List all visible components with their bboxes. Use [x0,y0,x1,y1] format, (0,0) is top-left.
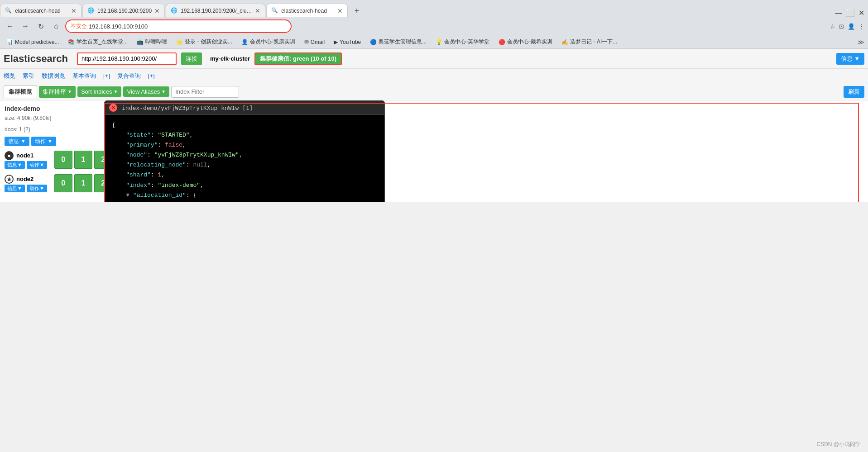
view-aliases-arrow: ▼ [161,89,166,94]
bookmark-4[interactable]: 🌟 登录 - 创新创业实... [173,37,235,47]
sort-indices-label: Sort Indices [81,88,112,95]
nav-complex-query[interactable]: 复合查询 [117,72,141,80]
tab-cluster-overview[interactable]: 集群概览 [4,86,37,98]
menu-icon[interactable]: ⋮ [858,23,864,30]
security-warning: 不安全 [71,23,87,30]
tab-title-3: 192.168.190.200:9200/_cluste [181,8,252,14]
json-line-alloc-id: "id": "mDeNqr5WSkiWwc4eOlxPkA" [112,200,377,203]
tab-favicon-3: 🌐 [171,7,178,14]
bookmark-3[interactable]: 📺 哔哩哔哩 [134,37,170,47]
bookmark-2[interactable]: 📚 学生首页_在线学堂... [65,37,130,47]
minimize-button[interactable]: — [835,9,842,17]
es-header-right: 信息 ▼ [836,53,864,65]
nav-data-browse[interactable]: 数据浏览 [42,72,65,80]
bookmark-1[interactable]: 📊 Model predictive... [4,38,62,46]
nav-basic-query-bracket[interactable]: [+] [103,72,110,79]
nav-complex-query-bracket[interactable]: [+] [148,72,155,79]
tab-1[interactable]: 🔍 elasticsearch-head ✕ [0,4,82,17]
reload-button[interactable]: ↻ [34,20,47,33]
view-aliases-button[interactable]: View Aliases ▼ [123,86,169,97]
bookmark-favicon-11: ✍ [561,39,568,45]
shard-detail-modal: ✕ index-demo/yvFjWZ3pTrytKXup_knWIw [1] … [104,100,385,202]
json-line-relocating: "relocating_node": null, [112,160,377,170]
health-badge: 集群健康值: green (10 of 10) [254,52,342,65]
modal-body: { "state": "STARTED", "primary": false, … [105,115,384,202]
bookmark-8[interactable]: 🔵 奥蓝学生管理信息... [367,37,429,47]
bookmark-favicon-4: 🌟 [176,39,183,45]
sort-indices-arrow: ▼ [114,89,118,94]
es-header: Elasticsearch 连接 my-elk-cluster 集群健康值: g… [0,49,868,69]
modal-close-button[interactable]: ✕ [109,104,117,112]
bookmark-10[interactable]: 🔴 会员中心-戴希实训 [496,37,555,47]
bookmark-label-gmail: Gmail [311,39,325,45]
elasticsearch-app: Elasticsearch 连接 my-elk-cluster 集群健康值: g… [0,49,868,202]
sort-indices-button[interactable]: Sort Indices ▼ [77,86,122,97]
bookmark-gmail[interactable]: ✉ Gmail [302,38,327,46]
maximize-button[interactable]: ⬜ [846,9,855,17]
connect-button[interactable]: 连接 [181,52,202,65]
nav-overview[interactable]: 概览 [4,72,15,80]
bookmark-9[interactable]: 💡 会员中心-英华学堂 [433,37,492,47]
tab-favicon-2: 🌐 [87,7,95,14]
bookmark-youtube[interactable]: ▶ YouTube [331,38,364,46]
cluster-overview-label: 集群概览 [9,88,32,95]
es-info-button[interactable]: 信息 ▼ [836,53,864,65]
bookmark-11[interactable]: ✍ 造梦日记 - AI一下... [559,37,620,47]
nav-index[interactable]: 索引 [23,72,34,80]
json-line-index: "index": "index-demo", [112,181,377,190]
profile-icon[interactable]: 👤 [848,23,855,30]
index-filter-input[interactable] [171,86,239,98]
tab-close-3[interactable]: ✕ [255,8,260,14]
close-button[interactable]: ✕ [858,9,864,17]
tab-search-icon[interactable]: ⊡ [839,23,844,30]
json-line-state: "state": "STARTED", [112,130,377,140]
tab-favicon-1: 🔍 [5,7,12,14]
new-tab-button[interactable]: + [350,5,363,17]
json-line-shard: "shard": 1, [112,170,377,180]
url-bar[interactable]: 不安全 192.168.190.100:9100 [65,19,292,33]
es-main: index-demo size: 4.90ki (9.80ki) docs: 1… [0,100,868,202]
bookmark-favicon-1: 📊 [6,39,13,45]
cluster-sort-button[interactable]: 集群排序 ▼ [39,86,76,98]
tab-close-2[interactable]: ✕ [154,8,160,14]
cluster-sort-label: 集群排序 [43,88,66,96]
json-line-node: "node": "yvFjWZ3pTrytKXup_knWIw", [112,150,377,160]
es-url-input[interactable] [77,52,177,65]
tab-favicon-4: 🔍 [271,7,278,14]
bookmark-label-3: 哔哩哔哩 [145,38,167,46]
nav-basic-query[interactable]: 基本查询 [72,72,96,80]
window-controls: — ⬜ ✕ [835,9,868,17]
es-toolbar: 集群概览 集群排序 ▼ Sort Indices ▼ View Aliases … [0,83,868,100]
bookmark-favicon-3: 📺 [137,39,144,45]
bookmark-5[interactable]: 👤 会员中心-凯康实训 [239,37,298,47]
tab-close-1[interactable]: ✕ [71,8,77,14]
url-text: 192.168.190.100:9100 [89,23,286,30]
bookmark-favicon-gmail: ✉ [304,39,309,45]
bookmark-label-11: 造梦日记 - AI一下... [570,38,617,46]
tab-title-2: 192.168.190.200:9200 [97,8,152,14]
tab-2[interactable]: 🌐 192.168.190.200:9200 ✕ [82,4,165,17]
bookmark-star-icon[interactable]: ☆ [830,23,835,30]
bookmarks-more-button[interactable]: ≫ [858,38,864,46]
back-button[interactable]: ← [4,20,16,33]
bookmark-label-5: 会员中心-凯康实训 [250,38,295,46]
bookmark-label-10: 会员中心-戴希实训 [507,38,552,46]
tab-3[interactable]: 🌐 192.168.190.200:9200/_cluste ✕ [166,4,265,17]
bookmark-label-9: 会员中心-英华学堂 [444,38,489,46]
view-aliases-label: View Aliases [127,88,160,95]
json-line-open: { [112,120,377,130]
forward-button[interactable]: → [19,20,32,33]
tab-bar: 🔍 elasticsearch-head ✕ 🌐 192.168.190.200… [0,0,868,17]
tab-close-4[interactable]: ✕ [337,8,343,14]
bookmark-favicon-2: 📚 [68,39,75,45]
cluster-name: my-elk-cluster [210,55,250,62]
bookmark-label-4: 登录 - 创新创业实... [185,38,232,46]
bookmark-favicon-8: 🔵 [370,39,377,45]
bookmark-label-8: 奥蓝学生管理信息... [379,38,427,46]
refresh-button[interactable]: 刷新 [844,86,864,98]
bookmarks-bar: 📊 Model predictive... 📚 学生首页_在线学堂... 📺 哔… [0,35,868,49]
home-button[interactable]: ⌂ [50,20,62,33]
tab-title-1: elasticsearch-head [15,8,68,14]
bookmark-favicon-5: 👤 [241,39,248,45]
tab-4[interactable]: 🔍 elasticsearch-head ✕ [266,4,348,17]
